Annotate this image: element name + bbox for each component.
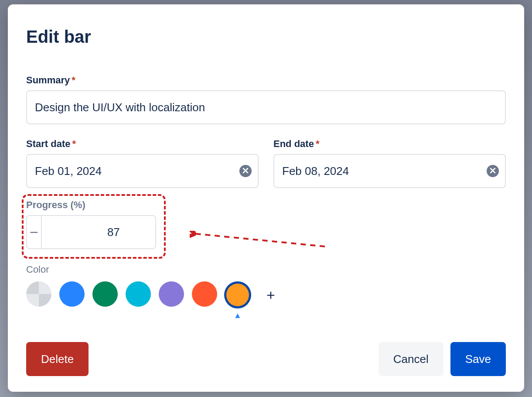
end-date-label-text: End date <box>273 138 314 149</box>
start-date-input[interactable] <box>26 154 259 188</box>
summary-label-text: Summary <box>26 75 70 86</box>
start-date-label: Start date* <box>26 138 259 150</box>
end-date-input[interactable] <box>273 154 506 188</box>
dialog-footer: Delete Cancel Save <box>26 342 506 376</box>
color-swatch-orange[interactable] <box>226 284 249 306</box>
edit-bar-dialog: Edit bar Summary* Start date* <box>8 4 524 392</box>
start-date-field: Start date* <box>26 138 259 188</box>
color-swatch-green[interactable] <box>92 281 118 307</box>
color-swatch-red[interactable] <box>192 281 217 307</box>
svg-line-0 <box>192 233 325 246</box>
progress-value-input[interactable] <box>41 216 156 248</box>
color-swatch-blue[interactable] <box>59 281 85 307</box>
selected-color-indicator: ▲ <box>234 311 242 320</box>
color-label: Color <box>26 264 506 275</box>
start-date-label-text: Start date <box>26 138 70 149</box>
summary-input[interactable] <box>26 90 506 124</box>
progress-stepper: − + <box>26 215 156 249</box>
close-icon <box>490 168 496 175</box>
end-date-label: End date* <box>273 138 506 150</box>
end-date-field: End date* <box>273 138 506 188</box>
minus-icon: − <box>30 224 38 241</box>
color-swatch-row: ▲+ <box>26 281 506 308</box>
save-button[interactable]: Save <box>450 342 506 376</box>
color-swatch-purple[interactable] <box>159 281 184 307</box>
required-asterisk: * <box>316 138 320 149</box>
end-date-clear-button[interactable] <box>487 165 499 177</box>
plus-icon: + <box>266 287 275 304</box>
color-swatch-teal[interactable] <box>126 281 151 307</box>
summary-label: Summary* <box>26 75 506 86</box>
cancel-button[interactable]: Cancel <box>379 342 443 376</box>
add-color-button[interactable]: + <box>258 282 283 308</box>
modal-backdrop: Edit bar Summary* Start date* <box>0 0 532 397</box>
color-swatch-none[interactable] <box>26 281 51 307</box>
color-field: Color ▲+ <box>26 264 506 308</box>
required-asterisk: * <box>72 138 76 149</box>
start-date-clear-button[interactable] <box>239 165 252 177</box>
summary-field: Summary* <box>26 75 506 124</box>
progress-label: Progress (%) <box>26 199 183 211</box>
required-asterisk: * <box>72 75 75 86</box>
dialog-title: Edit bar <box>26 27 506 47</box>
annotation-arrow <box>190 231 329 248</box>
close-icon <box>242 168 249 175</box>
progress-field: Progress (%) − + <box>26 199 183 249</box>
delete-button[interactable]: Delete <box>26 342 89 376</box>
progress-decrement-button[interactable]: − <box>27 216 41 248</box>
